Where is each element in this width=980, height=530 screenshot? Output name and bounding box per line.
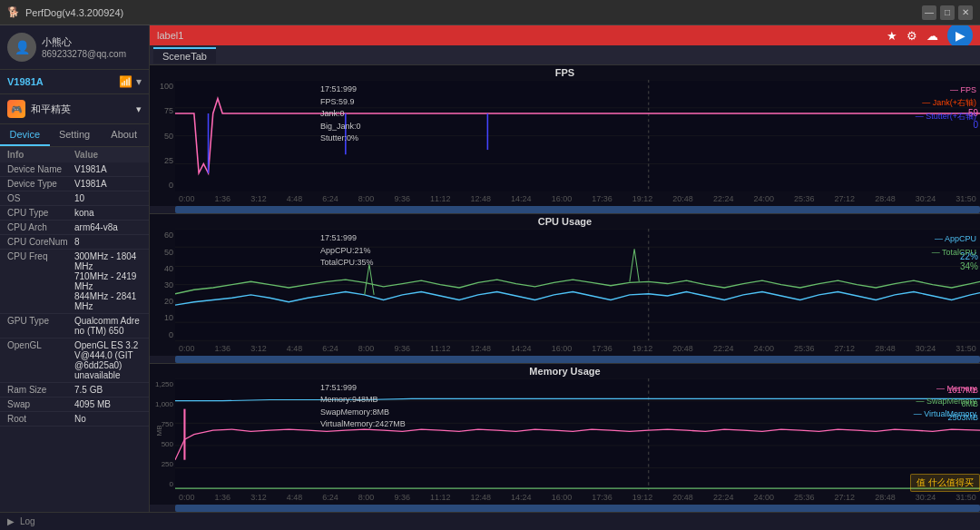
info-row: OpenGLOpenGL ES 3.2 V@444.0 (GIT@6dd25a0… xyxy=(0,339,149,383)
info-key: OpenGL xyxy=(7,340,74,380)
log-toggle-button[interactable]: ▶ xyxy=(7,516,15,526)
mb-label: MB xyxy=(155,425,163,436)
user-section: 👤 小熊心 869233278@qq.com xyxy=(0,25,149,70)
info-row: CPU Freq300MHz - 1804MHz 710MHz - 2419MH… xyxy=(0,250,149,314)
device-dropdown-icon[interactable]: ▾ xyxy=(136,75,142,88)
info-key: Ram Size xyxy=(7,385,74,395)
memory-chart-body: 1,2501,0007505002500 MB xyxy=(150,378,980,490)
app-dropdown-icon[interactable]: ▾ xyxy=(136,103,142,115)
fps-x-axis: 0:001:363:124:486:248:009:3611:1212:4814… xyxy=(150,191,980,206)
header-info: Info xyxy=(7,150,74,160)
info-row: Ram Size7.5 GB xyxy=(0,383,149,398)
info-row: OS10 xyxy=(0,191,149,206)
main-content: 👤 小熊心 869233278@qq.com V1981A 📶 ▾ 🎮 和平精英… xyxy=(0,25,980,512)
info-table: Info Value Device NameV1981ADevice TypeV… xyxy=(0,147,149,512)
scene-tab-label[interactable]: SceneTab xyxy=(153,47,216,64)
device-section[interactable]: V1981A 📶 ▾ xyxy=(0,70,149,94)
cpu-scrollbar[interactable] xyxy=(150,356,980,363)
fps-y-axis: 1007550250 xyxy=(150,80,175,191)
info-row: CPU Archarm64-v8a xyxy=(0,221,149,235)
cpu-canvas: 17:51:999 AppCPU:21% TotalCPU:35% 22% 34… xyxy=(175,229,980,340)
tab-about[interactable]: About xyxy=(99,124,149,146)
header-value: Value xyxy=(74,150,142,160)
watermark: 值 什么值得买 xyxy=(910,474,980,492)
info-val: kona xyxy=(74,208,142,218)
info-row: CPU CoreNum8 xyxy=(0,235,149,250)
memory-scrollbar[interactable] xyxy=(150,505,980,512)
fps-scrollbar[interactable] xyxy=(150,206,980,213)
close-button[interactable]: ✕ xyxy=(958,5,973,20)
tabs-section: Device Setting About xyxy=(0,124,149,147)
info-table-header: Info Value xyxy=(0,147,149,162)
info-key: Root xyxy=(7,414,74,424)
memory-canvas: 17:51:999 Memory:948MB SwapMemory:8MB Vi… xyxy=(175,378,980,490)
app-icon: 🎮 xyxy=(7,100,25,118)
info-key: Device Type xyxy=(7,179,74,189)
info-val: 10 xyxy=(74,193,142,203)
info-row: CPU Typekona xyxy=(0,206,149,221)
info-val: 4095 MB xyxy=(74,399,142,409)
label-bar: label1 ★ ⚙ ☁ ▶ xyxy=(150,25,980,45)
user-qq: 869233278@qq.com xyxy=(42,49,126,59)
app-section[interactable]: 🎮 和平精英 ▾ xyxy=(0,94,149,124)
info-val: 8 xyxy=(74,237,142,247)
fps-chart-title: FPS xyxy=(150,65,980,80)
info-key: Device Name xyxy=(7,164,74,174)
tab-setting[interactable]: Setting xyxy=(50,124,100,146)
sidebar: 👤 小熊心 869233278@qq.com V1981A 📶 ▾ 🎮 和平精英… xyxy=(0,25,150,512)
tab-device[interactable]: Device xyxy=(0,124,50,146)
minimize-button[interactable]: — xyxy=(922,5,936,20)
info-val: arm64-v8a xyxy=(74,222,142,232)
fps-chart-panel: FPS 1007550250 xyxy=(150,65,980,214)
user-info: 小熊心 869233278@qq.com xyxy=(42,35,126,59)
info-val: V1981A xyxy=(74,179,142,189)
info-val: No xyxy=(74,414,142,424)
titlebar: 🐕 PerfDog(v4.3.200924) — □ ✕ xyxy=(0,0,980,25)
info-key: CPU Freq xyxy=(7,251,74,311)
cpu-chart-panel: CPU Usage 6050403020100 xyxy=(150,214,980,363)
titlebar-left: 🐕 PerfDog(v4.3.200924) xyxy=(7,6,123,18)
info-key: Swap xyxy=(7,399,74,409)
device-name-display: V1981A xyxy=(7,76,44,87)
app-name-display: 和平精英 xyxy=(31,103,131,116)
app-icon: 🐕 xyxy=(7,6,20,18)
info-key: CPU Type xyxy=(7,208,74,218)
star-icon[interactable]: ★ xyxy=(887,29,897,43)
device-icons: 📶 ▾ xyxy=(119,75,142,88)
maximize-button[interactable]: □ xyxy=(940,5,955,20)
info-row: Device NameV1981A xyxy=(0,162,149,177)
user-name: 小熊心 xyxy=(42,35,126,49)
info-row: RootNo xyxy=(0,412,149,427)
info-val: 300MHz - 1804MHz 710MHz - 2419MHz 844MHz… xyxy=(74,251,142,311)
info-key: GPU Type xyxy=(7,316,74,336)
info-val: Qualcomm Adreno (TM) 650 xyxy=(74,316,142,336)
cpu-y-axis: 6050403020100 xyxy=(150,229,175,340)
label-bar-title: label1 xyxy=(157,30,183,41)
info-key: CPU Arch xyxy=(7,222,74,232)
titlebar-controls: — □ ✕ xyxy=(922,5,973,20)
info-row: Swap4095 MB xyxy=(0,398,149,412)
cpu-legend: — AppCPU — TotalCPU xyxy=(932,232,976,259)
memory-x-axis: 0:001:363:124:486:248:009:3611:1212:4814… xyxy=(150,490,980,505)
info-row: Device TypeV1981A xyxy=(0,177,149,191)
settings-icon[interactable]: ⚙ xyxy=(906,29,917,43)
cpu-x-axis: 0:001:363:124:486:248:009:3611:1212:4814… xyxy=(150,341,980,356)
wifi-icon: 📶 xyxy=(119,75,132,88)
info-val: 7.5 GB xyxy=(74,385,142,395)
fps-canvas: 17:51:999 FPS:59.9 Jank:0 Big_Jank:0 Stu… xyxy=(175,80,980,191)
app-title: PerfDog(v4.3.200924) xyxy=(25,7,123,18)
scene-tab-bar: SceneTab xyxy=(150,45,980,65)
fps-chart-body: 1007550250 xyxy=(150,80,980,191)
cloud-icon[interactable]: ☁ xyxy=(926,29,938,43)
info-val: V1981A xyxy=(74,164,142,174)
info-key: CPU CoreNum xyxy=(7,237,74,247)
charts-area: label1 ★ ⚙ ☁ ▶ SceneTab FPS 1007550250 xyxy=(150,25,980,512)
log-bar: ▶ Log xyxy=(0,512,980,530)
fps-legend: — FPS — Jank(+右轴) — Stutter(+右轴) xyxy=(916,83,976,123)
memory-legend: — Memory — SwapMemory — VirtualMemory xyxy=(914,382,976,421)
cpu-chart-title: CPU Usage xyxy=(150,214,980,229)
memory-chart-title: Memory Usage xyxy=(150,364,980,378)
log-label: Log xyxy=(20,516,35,526)
info-val: OpenGL ES 3.2 V@444.0 (GIT@6dd25a0) unav… xyxy=(74,340,142,380)
avatar: 👤 xyxy=(7,33,36,62)
